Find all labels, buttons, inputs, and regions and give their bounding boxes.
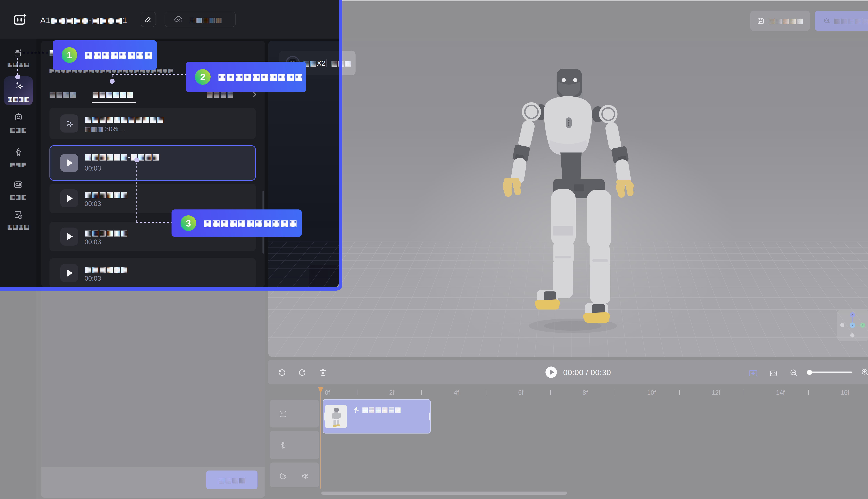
svg-text:X: X (861, 324, 864, 327)
svg-text:Y: Y (851, 324, 853, 327)
svg-text:Z: Z (852, 313, 853, 317)
